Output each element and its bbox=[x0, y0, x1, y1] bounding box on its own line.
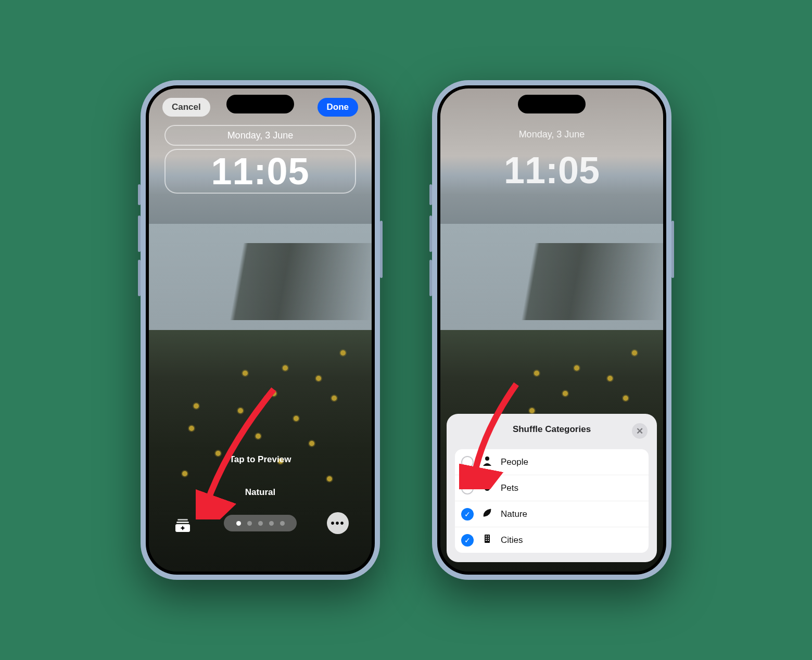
sheet-close-button[interactable]: ✕ bbox=[632, 423, 648, 439]
page-dot bbox=[280, 521, 285, 526]
phone-vol-up bbox=[429, 215, 432, 252]
svg-rect-9 bbox=[486, 536, 487, 537]
date-label: Monday, 3 June bbox=[440, 129, 663, 140]
category-label: People bbox=[501, 457, 528, 467]
svg-point-6 bbox=[489, 484, 491, 486]
time-label: 11:05 bbox=[440, 149, 663, 192]
category-row-nature[interactable]: ✓ Nature bbox=[455, 501, 649, 527]
svg-rect-10 bbox=[488, 536, 489, 537]
shuffle-photos-button[interactable] bbox=[172, 512, 194, 534]
category-list: People Pets ✓ bbox=[455, 449, 649, 553]
more-options-button[interactable]: ••• bbox=[327, 512, 349, 534]
svg-point-5 bbox=[486, 483, 489, 485]
close-icon: ✕ bbox=[636, 426, 643, 437]
svg-rect-12 bbox=[488, 538, 489, 539]
dynamic-island bbox=[518, 95, 586, 113]
phone-silent-switch bbox=[138, 184, 141, 205]
category-label: Pets bbox=[501, 483, 518, 493]
phone-vol-down bbox=[429, 260, 432, 296]
phone-side-button bbox=[671, 221, 674, 278]
page-dot bbox=[236, 521, 241, 526]
page-dot bbox=[247, 521, 252, 526]
page-dot bbox=[269, 521, 274, 526]
svg-rect-8 bbox=[485, 535, 490, 543]
svg-point-3 bbox=[485, 456, 489, 461]
filter-name-label: Natural bbox=[149, 487, 372, 498]
category-checkbox[interactable]: ✓ bbox=[461, 534, 474, 547]
paw-icon bbox=[481, 481, 493, 494]
leaf-icon bbox=[481, 507, 493, 521]
category-checkbox[interactable] bbox=[461, 482, 474, 494]
time-widget-capsule[interactable]: 11:05 bbox=[164, 149, 356, 194]
category-row-pets[interactable]: Pets bbox=[455, 475, 649, 501]
svg-point-7 bbox=[485, 487, 490, 491]
time-label: 11:05 bbox=[211, 150, 309, 193]
svg-rect-0 bbox=[177, 519, 188, 521]
phone-right: Monday, 3 June 11:05 Shuffle Categories … bbox=[432, 80, 671, 580]
category-row-cities[interactable]: ✓ Cities bbox=[455, 527, 649, 553]
lock-screen-with-sheet: Monday, 3 June 11:05 Shuffle Categories … bbox=[440, 88, 663, 572]
category-label: Cities bbox=[501, 535, 523, 545]
category-checkbox[interactable]: ✓ bbox=[461, 508, 474, 521]
phone-silent-switch bbox=[429, 184, 432, 205]
svg-point-4 bbox=[484, 484, 486, 486]
building-icon bbox=[481, 534, 493, 547]
date-widget-capsule[interactable]: Monday, 3 June bbox=[164, 125, 356, 146]
date-label: Monday, 3 June bbox=[227, 130, 294, 141]
dynamic-island bbox=[226, 95, 294, 113]
sheet-title: Shuffle Categories bbox=[513, 424, 591, 435]
category-row-people[interactable]: People bbox=[455, 449, 649, 475]
person-icon bbox=[481, 455, 493, 468]
lock-screen-editor: Cancel Done Monday, 3 June 11:05 Tap to … bbox=[149, 88, 372, 572]
svg-rect-14 bbox=[488, 540, 489, 541]
phone-vol-down bbox=[138, 260, 141, 296]
tap-to-preview-label[interactable]: Tap to Preview bbox=[149, 454, 372, 465]
ellipsis-icon: ••• bbox=[331, 517, 345, 529]
filter-page-indicator[interactable] bbox=[224, 515, 297, 531]
done-button[interactable]: Done bbox=[318, 98, 359, 117]
category-checkbox[interactable] bbox=[461, 456, 474, 468]
phone-vol-up bbox=[138, 215, 141, 252]
svg-rect-1 bbox=[176, 522, 189, 523]
phone-side-button bbox=[380, 221, 383, 278]
page-dot bbox=[258, 521, 263, 526]
cancel-button[interactable]: Cancel bbox=[162, 98, 210, 117]
svg-rect-13 bbox=[486, 540, 487, 541]
shuffle-categories-sheet: Shuffle Categories ✕ People bbox=[447, 414, 657, 562]
photo-stack-sparkle-icon bbox=[174, 516, 192, 534]
svg-rect-11 bbox=[486, 538, 487, 539]
phone-left: Cancel Done Monday, 3 June 11:05 Tap to … bbox=[141, 80, 380, 580]
category-label: Nature bbox=[501, 509, 527, 519]
